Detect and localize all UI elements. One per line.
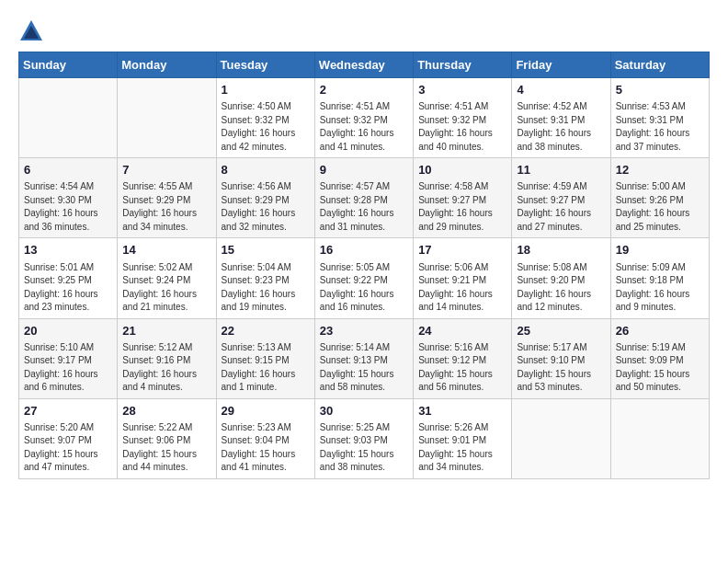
day-info: Sunrise: 4:50 AM Sunset: 9:32 PM Dayligh…: [222, 100, 310, 154]
calendar-cell: [19, 78, 118, 158]
calendar-cell: 6Sunrise: 4:54 AM Sunset: 9:30 PM Daylig…: [19, 158, 118, 238]
logo-icon: [18, 18, 44, 44]
weekday-thursday: Thursday: [414, 52, 512, 78]
day-number: 18: [517, 242, 605, 259]
day-info: Sunrise: 5:04 AM Sunset: 9:23 PM Dayligh…: [222, 261, 310, 315]
calendar-cell: 5Sunrise: 4:53 AM Sunset: 9:31 PM Daylig…: [610, 78, 709, 158]
calendar-cell: 28Sunrise: 5:22 AM Sunset: 9:06 PM Dayli…: [118, 398, 216, 478]
calendar-cell: 3Sunrise: 4:51 AM Sunset: 9:32 PM Daylig…: [414, 78, 512, 158]
day-info: Sunrise: 5:10 AM Sunset: 9:17 PM Dayligh…: [24, 341, 112, 395]
day-number: 16: [320, 242, 408, 259]
day-number: 14: [122, 242, 210, 259]
calendar-cell: 25Sunrise: 5:17 AM Sunset: 9:10 PM Dayli…: [512, 318, 610, 398]
calendar-week-5: 27Sunrise: 5:20 AM Sunset: 9:07 PM Dayli…: [19, 398, 710, 478]
day-info: Sunrise: 4:54 AM Sunset: 9:30 PM Dayligh…: [24, 180, 112, 234]
day-info: Sunrise: 4:51 AM Sunset: 9:32 PM Dayligh…: [418, 100, 506, 154]
day-info: Sunrise: 5:22 AM Sunset: 9:06 PM Dayligh…: [122, 421, 210, 475]
calendar-cell: 23Sunrise: 5:14 AM Sunset: 9:13 PM Dayli…: [314, 318, 413, 398]
calendar-week-2: 6Sunrise: 4:54 AM Sunset: 9:30 PM Daylig…: [19, 158, 710, 238]
day-info: Sunrise: 5:13 AM Sunset: 9:15 PM Dayligh…: [222, 341, 310, 395]
day-info: Sunrise: 4:56 AM Sunset: 9:29 PM Dayligh…: [222, 180, 310, 234]
day-info: Sunrise: 5:23 AM Sunset: 9:04 PM Dayligh…: [222, 421, 310, 475]
calendar-cell: 11Sunrise: 4:59 AM Sunset: 9:27 PM Dayli…: [512, 158, 610, 238]
calendar-cell: 18Sunrise: 5:08 AM Sunset: 9:20 PM Dayli…: [512, 238, 610, 318]
day-info: Sunrise: 5:08 AM Sunset: 9:20 PM Dayligh…: [517, 261, 605, 315]
calendar-cell: 4Sunrise: 4:52 AM Sunset: 9:31 PM Daylig…: [512, 78, 610, 158]
day-number: 27: [24, 403, 112, 419]
day-number: 21: [122, 323, 210, 339]
calendar-body: 1Sunrise: 4:50 AM Sunset: 9:32 PM Daylig…: [19, 78, 710, 479]
day-number: 10: [418, 162, 506, 178]
logo: [18, 18, 48, 44]
calendar-cell: 2Sunrise: 4:51 AM Sunset: 9:32 PM Daylig…: [314, 78, 413, 158]
calendar-cell: 24Sunrise: 5:16 AM Sunset: 9:12 PM Dayli…: [414, 318, 512, 398]
calendar-week-1: 1Sunrise: 4:50 AM Sunset: 9:32 PM Daylig…: [19, 78, 710, 158]
weekday-header-row: SundayMondayTuesdayWednesdayThursdayFrid…: [19, 52, 710, 78]
calendar-cell: [118, 78, 216, 158]
day-number: 3: [418, 82, 506, 98]
calendar-cell: 9Sunrise: 4:57 AM Sunset: 9:28 PM Daylig…: [314, 158, 413, 238]
day-info: Sunrise: 5:02 AM Sunset: 9:24 PM Dayligh…: [122, 261, 210, 315]
day-info: Sunrise: 5:20 AM Sunset: 9:07 PM Dayligh…: [24, 421, 112, 475]
calendar-week-4: 20Sunrise: 5:10 AM Sunset: 9:17 PM Dayli…: [19, 318, 710, 398]
day-info: Sunrise: 4:58 AM Sunset: 9:27 PM Dayligh…: [418, 180, 506, 234]
day-info: Sunrise: 5:12 AM Sunset: 9:16 PM Dayligh…: [122, 341, 210, 395]
day-number: 26: [616, 323, 704, 339]
day-number: 13: [24, 242, 112, 259]
day-info: Sunrise: 4:59 AM Sunset: 9:27 PM Dayligh…: [517, 180, 605, 234]
day-info: Sunrise: 4:57 AM Sunset: 9:28 PM Dayligh…: [320, 180, 408, 234]
day-number: 25: [517, 323, 605, 339]
calendar-cell: 1Sunrise: 4:50 AM Sunset: 9:32 PM Daylig…: [216, 78, 314, 158]
calendar-cell: 13Sunrise: 5:01 AM Sunset: 9:25 PM Dayli…: [19, 238, 118, 318]
day-number: 17: [418, 242, 506, 259]
weekday-friday: Friday: [512, 52, 610, 78]
day-number: 22: [222, 323, 310, 339]
day-info: Sunrise: 5:00 AM Sunset: 9:26 PM Dayligh…: [616, 180, 704, 234]
day-number: 23: [320, 323, 408, 339]
day-number: 28: [122, 403, 210, 419]
day-number: 2: [320, 82, 408, 98]
day-info: Sunrise: 5:26 AM Sunset: 9:01 PM Dayligh…: [418, 421, 506, 475]
calendar-table: SundayMondayTuesdayWednesdayThursdayFrid…: [18, 52, 710, 479]
day-number: 11: [517, 162, 605, 178]
calendar-cell: [512, 398, 610, 478]
day-number: 24: [418, 323, 506, 339]
day-info: Sunrise: 4:51 AM Sunset: 9:32 PM Dayligh…: [320, 100, 408, 154]
day-info: Sunrise: 4:55 AM Sunset: 9:29 PM Dayligh…: [122, 180, 210, 234]
day-number: 9: [320, 162, 408, 178]
calendar-cell: 26Sunrise: 5:19 AM Sunset: 9:09 PM Dayli…: [610, 318, 709, 398]
page-header: [18, 18, 710, 44]
day-number: 8: [222, 162, 310, 178]
calendar-cell: 12Sunrise: 5:00 AM Sunset: 9:26 PM Dayli…: [610, 158, 709, 238]
weekday-saturday: Saturday: [610, 52, 709, 78]
day-number: 19: [616, 242, 704, 259]
day-info: Sunrise: 4:52 AM Sunset: 9:31 PM Dayligh…: [517, 100, 605, 154]
calendar-cell: [610, 398, 709, 478]
calendar-cell: 7Sunrise: 4:55 AM Sunset: 9:29 PM Daylig…: [118, 158, 216, 238]
day-number: 15: [222, 242, 310, 259]
calendar-cell: 16Sunrise: 5:05 AM Sunset: 9:22 PM Dayli…: [314, 238, 413, 318]
day-info: Sunrise: 5:09 AM Sunset: 9:18 PM Dayligh…: [616, 261, 704, 315]
weekday-monday: Monday: [118, 52, 216, 78]
weekday-wednesday: Wednesday: [314, 52, 413, 78]
day-number: 30: [320, 403, 408, 419]
day-info: Sunrise: 5:01 AM Sunset: 9:25 PM Dayligh…: [24, 261, 112, 315]
calendar-cell: 29Sunrise: 5:23 AM Sunset: 9:04 PM Dayli…: [216, 398, 314, 478]
day-number: 7: [122, 162, 210, 178]
day-number: 29: [222, 403, 310, 419]
day-info: Sunrise: 5:25 AM Sunset: 9:03 PM Dayligh…: [320, 421, 408, 475]
day-info: Sunrise: 5:14 AM Sunset: 9:13 PM Dayligh…: [320, 341, 408, 395]
day-number: 1: [222, 82, 310, 98]
day-info: Sunrise: 5:16 AM Sunset: 9:12 PM Dayligh…: [418, 341, 506, 395]
calendar-cell: 21Sunrise: 5:12 AM Sunset: 9:16 PM Dayli…: [118, 318, 216, 398]
calendar-week-3: 13Sunrise: 5:01 AM Sunset: 9:25 PM Dayli…: [19, 238, 710, 318]
day-info: Sunrise: 5:19 AM Sunset: 9:09 PM Dayligh…: [616, 341, 704, 395]
calendar-cell: 20Sunrise: 5:10 AM Sunset: 9:17 PM Dayli…: [19, 318, 118, 398]
day-number: 5: [616, 82, 704, 98]
calendar-cell: 15Sunrise: 5:04 AM Sunset: 9:23 PM Dayli…: [216, 238, 314, 318]
calendar-cell: 14Sunrise: 5:02 AM Sunset: 9:24 PM Dayli…: [118, 238, 216, 318]
calendar-header: SundayMondayTuesdayWednesdayThursdayFrid…: [19, 52, 710, 78]
weekday-tuesday: Tuesday: [216, 52, 314, 78]
calendar-cell: 10Sunrise: 4:58 AM Sunset: 9:27 PM Dayli…: [414, 158, 512, 238]
calendar-cell: 31Sunrise: 5:26 AM Sunset: 9:01 PM Dayli…: [414, 398, 512, 478]
